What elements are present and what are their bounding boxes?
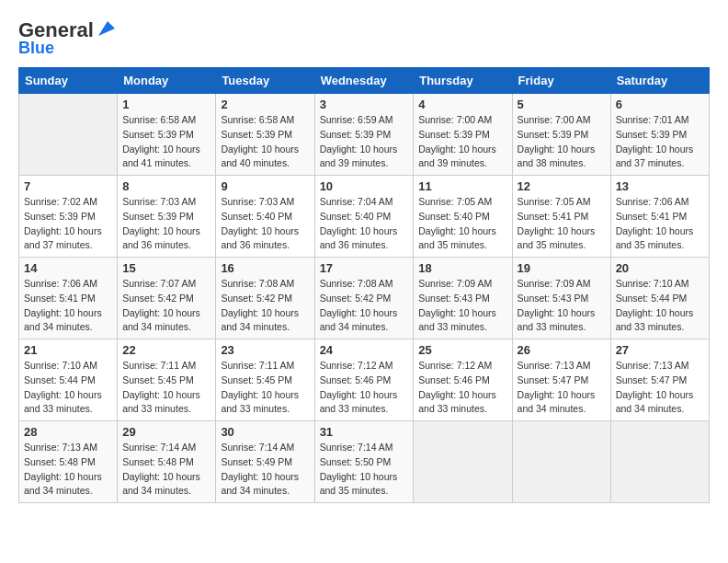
day-cell: 8Sunrise: 7:03 AMSunset: 5:39 PMDaylight… bbox=[118, 176, 216, 258]
day-number: 7 bbox=[24, 179, 112, 193]
day-info: Sunrise: 7:10 AMSunset: 5:44 PMDaylight:… bbox=[24, 359, 112, 417]
header-cell-sunday: Sunday bbox=[19, 68, 118, 94]
day-number: 19 bbox=[518, 261, 606, 275]
day-cell: 14Sunrise: 7:06 AMSunset: 5:41 PMDayligh… bbox=[19, 258, 118, 339]
day-number: 5 bbox=[518, 98, 606, 111]
day-cell: 30Sunrise: 7:14 AMSunset: 5:49 PMDayligh… bbox=[216, 421, 314, 503]
day-number: 1 bbox=[122, 98, 210, 111]
day-cell bbox=[414, 421, 512, 503]
header-cell-wednesday: Wednesday bbox=[314, 68, 414, 94]
day-info: Sunrise: 7:13 AMSunset: 5:47 PMDaylight:… bbox=[616, 359, 704, 417]
day-cell: 1Sunrise: 6:58 AMSunset: 5:39 PMDaylight… bbox=[118, 94, 216, 176]
svg-marker-0 bbox=[98, 21, 115, 36]
logo-blue: Blue bbox=[18, 39, 54, 58]
header-cell-friday: Friday bbox=[512, 68, 610, 94]
day-cell: 20Sunrise: 7:10 AMSunset: 5:44 PMDayligh… bbox=[610, 258, 709, 339]
day-cell bbox=[610, 421, 709, 503]
day-cell: 18Sunrise: 7:09 AMSunset: 5:43 PMDayligh… bbox=[414, 258, 512, 339]
day-number: 31 bbox=[320, 425, 409, 439]
day-cell: 7Sunrise: 7:02 AMSunset: 5:39 PMDaylight… bbox=[19, 176, 118, 258]
day-cell: 11Sunrise: 7:05 AMSunset: 5:40 PMDayligh… bbox=[414, 176, 512, 258]
day-number: 12 bbox=[518, 179, 606, 193]
header-cell-saturday: Saturday bbox=[610, 68, 709, 94]
day-cell: 29Sunrise: 7:14 AMSunset: 5:48 PMDayligh… bbox=[118, 421, 216, 503]
day-info: Sunrise: 7:09 AMSunset: 5:43 PMDaylight:… bbox=[418, 277, 506, 335]
day-info: Sunrise: 6:58 AMSunset: 5:39 PMDaylight:… bbox=[221, 113, 309, 171]
day-number: 10 bbox=[320, 179, 409, 193]
day-info: Sunrise: 7:14 AMSunset: 5:48 PMDaylight:… bbox=[122, 441, 210, 499]
header-cell-thursday: Thursday bbox=[414, 68, 512, 94]
day-info: Sunrise: 7:13 AMSunset: 5:48 PMDaylight:… bbox=[24, 441, 112, 499]
logo: General Blue bbox=[18, 18, 115, 58]
day-number: 23 bbox=[221, 343, 309, 357]
day-cell: 17Sunrise: 7:08 AMSunset: 5:42 PMDayligh… bbox=[314, 258, 414, 339]
day-number: 18 bbox=[418, 261, 506, 275]
day-info: Sunrise: 7:06 AMSunset: 5:41 PMDaylight:… bbox=[24, 277, 112, 335]
week-row-4: 21Sunrise: 7:10 AMSunset: 5:44 PMDayligh… bbox=[19, 339, 710, 421]
day-info: Sunrise: 7:08 AMSunset: 5:42 PMDaylight:… bbox=[221, 277, 309, 335]
day-cell: 6Sunrise: 7:01 AMSunset: 5:39 PMDaylight… bbox=[610, 94, 709, 176]
day-info: Sunrise: 7:11 AMSunset: 5:45 PMDaylight:… bbox=[221, 359, 309, 417]
day-cell: 19Sunrise: 7:09 AMSunset: 5:43 PMDayligh… bbox=[512, 258, 610, 339]
day-info: Sunrise: 7:00 AMSunset: 5:39 PMDaylight:… bbox=[418, 113, 506, 171]
day-cell: 16Sunrise: 7:08 AMSunset: 5:42 PMDayligh… bbox=[216, 258, 314, 339]
day-info: Sunrise: 7:00 AMSunset: 5:39 PMDaylight:… bbox=[518, 113, 606, 171]
day-number: 22 bbox=[122, 343, 210, 357]
day-number: 17 bbox=[320, 261, 409, 275]
day-cell: 4Sunrise: 7:00 AMSunset: 5:39 PMDaylight… bbox=[414, 94, 512, 176]
day-cell: 24Sunrise: 7:12 AMSunset: 5:46 PMDayligh… bbox=[314, 339, 414, 421]
day-cell: 23Sunrise: 7:11 AMSunset: 5:45 PMDayligh… bbox=[216, 339, 314, 421]
calendar-table: SundayMondayTuesdayWednesdayThursdayFrid… bbox=[18, 67, 710, 503]
day-info: Sunrise: 7:05 AMSunset: 5:41 PMDaylight:… bbox=[518, 195, 606, 253]
week-row-1: 1Sunrise: 6:58 AMSunset: 5:39 PMDaylight… bbox=[19, 94, 710, 176]
day-number: 20 bbox=[616, 261, 704, 275]
header-cell-tuesday: Tuesday bbox=[216, 68, 314, 94]
day-number: 8 bbox=[122, 179, 210, 193]
day-info: Sunrise: 7:14 AMSunset: 5:50 PMDaylight:… bbox=[320, 441, 409, 499]
day-cell: 3Sunrise: 6:59 AMSunset: 5:39 PMDaylight… bbox=[314, 94, 414, 176]
day-cell: 28Sunrise: 7:13 AMSunset: 5:48 PMDayligh… bbox=[19, 421, 118, 503]
day-number: 11 bbox=[418, 179, 506, 193]
day-number: 27 bbox=[616, 343, 704, 357]
day-info: Sunrise: 7:03 AMSunset: 5:39 PMDaylight:… bbox=[122, 195, 210, 253]
day-number: 4 bbox=[418, 98, 506, 111]
week-row-2: 7Sunrise: 7:02 AMSunset: 5:39 PMDaylight… bbox=[19, 176, 710, 258]
header-row: SundayMondayTuesdayWednesdayThursdayFrid… bbox=[19, 68, 710, 94]
week-row-5: 28Sunrise: 7:13 AMSunset: 5:48 PMDayligh… bbox=[19, 421, 710, 503]
day-number: 25 bbox=[418, 343, 506, 357]
day-info: Sunrise: 7:02 AMSunset: 5:39 PMDaylight:… bbox=[24, 195, 112, 253]
day-number: 9 bbox=[221, 179, 309, 193]
day-cell: 25Sunrise: 7:12 AMSunset: 5:46 PMDayligh… bbox=[414, 339, 512, 421]
day-number: 21 bbox=[24, 343, 112, 357]
day-info: Sunrise: 7:08 AMSunset: 5:42 PMDaylight:… bbox=[320, 277, 409, 335]
day-number: 14 bbox=[24, 261, 112, 275]
day-cell: 10Sunrise: 7:04 AMSunset: 5:40 PMDayligh… bbox=[314, 176, 414, 258]
day-number: 30 bbox=[221, 425, 309, 439]
day-info: Sunrise: 7:11 AMSunset: 5:45 PMDaylight:… bbox=[122, 359, 210, 417]
day-info: Sunrise: 7:04 AMSunset: 5:40 PMDaylight:… bbox=[320, 195, 409, 253]
logo-arrow-icon bbox=[95, 19, 115, 40]
day-number: 13 bbox=[616, 179, 704, 193]
day-cell: 26Sunrise: 7:13 AMSunset: 5:47 PMDayligh… bbox=[512, 339, 610, 421]
day-number: 29 bbox=[122, 425, 210, 439]
day-cell: 13Sunrise: 7:06 AMSunset: 5:41 PMDayligh… bbox=[610, 176, 709, 258]
page-header: General Blue bbox=[18, 18, 710, 58]
day-number: 15 bbox=[122, 261, 210, 275]
day-cell: 21Sunrise: 7:10 AMSunset: 5:44 PMDayligh… bbox=[19, 339, 118, 421]
day-cell: 2Sunrise: 6:58 AMSunset: 5:39 PMDaylight… bbox=[216, 94, 314, 176]
day-cell bbox=[512, 421, 610, 503]
day-info: Sunrise: 7:06 AMSunset: 5:41 PMDaylight:… bbox=[616, 195, 704, 253]
day-info: Sunrise: 7:09 AMSunset: 5:43 PMDaylight:… bbox=[518, 277, 606, 335]
day-number: 6 bbox=[616, 98, 704, 111]
day-info: Sunrise: 7:13 AMSunset: 5:47 PMDaylight:… bbox=[518, 359, 606, 417]
day-cell: 22Sunrise: 7:11 AMSunset: 5:45 PMDayligh… bbox=[118, 339, 216, 421]
day-info: Sunrise: 7:05 AMSunset: 5:40 PMDaylight:… bbox=[418, 195, 506, 253]
day-cell: 5Sunrise: 7:00 AMSunset: 5:39 PMDaylight… bbox=[512, 94, 610, 176]
day-number: 24 bbox=[320, 343, 409, 357]
day-cell: 12Sunrise: 7:05 AMSunset: 5:41 PMDayligh… bbox=[512, 176, 610, 258]
day-number: 16 bbox=[221, 261, 309, 275]
day-info: Sunrise: 6:58 AMSunset: 5:39 PMDaylight:… bbox=[122, 113, 210, 171]
day-info: Sunrise: 7:07 AMSunset: 5:42 PMDaylight:… bbox=[122, 277, 210, 335]
day-info: Sunrise: 7:12 AMSunset: 5:46 PMDaylight:… bbox=[320, 359, 409, 417]
day-info: Sunrise: 6:59 AMSunset: 5:39 PMDaylight:… bbox=[320, 113, 409, 171]
